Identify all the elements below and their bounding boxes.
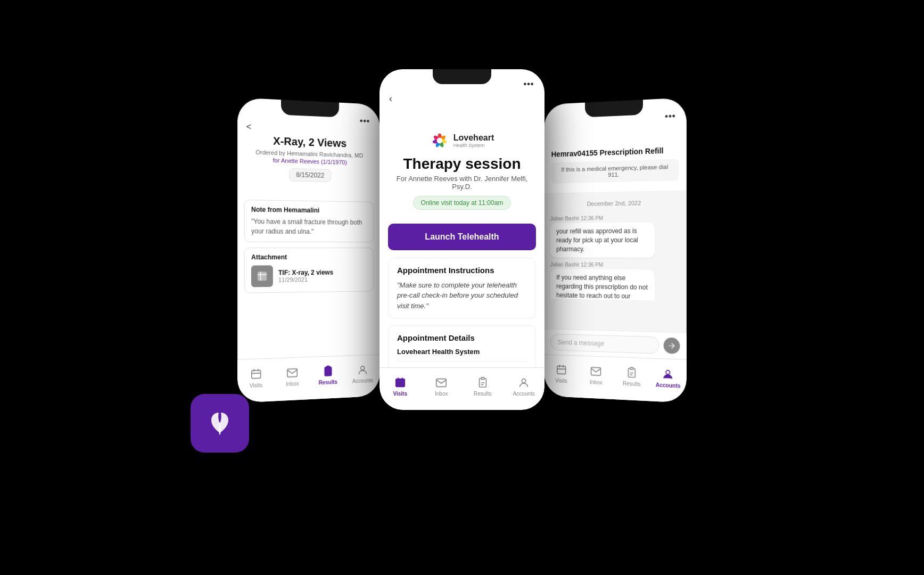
xray-title: X-Ray, 2 Views — [246, 134, 372, 150]
launch-telehealth-button[interactable]: Launch Telehealth — [388, 224, 536, 250]
logo-svg — [430, 131, 449, 150]
chat-input[interactable]: Send a message — [550, 334, 659, 354]
instructions-title: Appointment Instructions — [397, 266, 527, 275]
chat-sender-2: Julian Bashir 12:36 PM — [550, 262, 603, 268]
accounts-icon-left — [357, 363, 369, 376]
notch-left — [281, 100, 339, 117]
nav-results-right[interactable]: Results — [614, 366, 650, 388]
notch-right — [585, 100, 643, 117]
note-label: Note from Hemamalini — [251, 206, 367, 215]
bottom-nav-right: Visits Inbox — [544, 354, 687, 402]
results-icon-center — [476, 376, 489, 389]
online-badge: Online visit today at 11:00am — [413, 196, 512, 210]
nav-accounts-right[interactable]: Accounts — [650, 367, 687, 389]
bottom-nav-center: Visits Inbox — [380, 367, 544, 410]
center-screen: ●●● ‹ — [380, 69, 544, 410]
center-header: Loveheart Health System Therapy session … — [380, 104, 544, 224]
nav-results-label-right: Results — [623, 380, 640, 387]
left-content: ●●● < X-Ray, 2 Views Ordered by Hemamali… — [237, 97, 380, 402]
logo-sub: Health System — [453, 143, 494, 149]
scene: ●●● < X-Ray, 2 Views Ordered by Hemamali… — [222, 59, 702, 516]
signal-right: ●●● — [665, 112, 675, 119]
svg-point-12 — [436, 137, 442, 143]
signal-left: ●●● — [360, 117, 370, 124]
phone-center: ●●● ‹ — [380, 69, 544, 410]
nav-inbox-left[interactable]: Inbox — [274, 366, 310, 388]
nav-accounts-left[interactable]: Accounts — [345, 363, 380, 384]
instructions-text: "Make sure to complete your telehealth p… — [397, 280, 527, 311]
inbox-icon-right — [590, 365, 602, 378]
phone-left: ●●● < X-Ray, 2 Views Ordered by Hemamali… — [237, 97, 380, 402]
nav-inbox-label-center: Inbox — [435, 391, 448, 397]
svg-rect-14 — [481, 377, 484, 379]
logo-text: Loveheart Health System — [453, 133, 494, 149]
nav-inbox-center[interactable]: Inbox — [421, 376, 463, 397]
visits-icon — [250, 367, 263, 381]
xray-date: 8/15/2022 — [289, 168, 331, 182]
nav-inbox-right[interactable]: Inbox — [579, 364, 614, 386]
inbox-icon-center — [435, 376, 448, 389]
svg-rect-13 — [396, 379, 405, 387]
accounts-icon-center — [517, 376, 530, 389]
svg-rect-0 — [258, 272, 267, 281]
inbox-icon-left — [286, 366, 299, 379]
nav-accounts-label-right: Accounts — [656, 382, 681, 389]
left-screen: ●●● < X-Ray, 2 Views Ordered by Hemamali… — [237, 97, 380, 402]
nav-visits-left[interactable]: Visits — [237, 367, 274, 389]
back-button-left[interactable]: < — [246, 122, 252, 132]
nav-results-center[interactable]: Results — [462, 376, 504, 397]
details-title: Appointment Details — [397, 333, 527, 342]
right-header: Hemrav04155 Prescription Refill If this … — [544, 121, 687, 193]
svg-rect-17 — [630, 367, 633, 369]
visits-icon-right — [555, 363, 567, 376]
back-button-center[interactable]: ‹ — [389, 93, 392, 104]
right-title: Hemrav04155 Prescription Refill — [551, 146, 679, 159]
org-name: Loveheart Health System — [397, 348, 527, 356]
right-content: ●●● Hemrav04155 Prescription Refill If t… — [544, 97, 687, 402]
nav-results-label-center: Results — [474, 391, 491, 397]
nav-visits-right[interactable]: Visits — [544, 363, 579, 384]
chat-send-button[interactable] — [664, 338, 680, 355]
chat-bubble-1: your refill was approved as is ready for… — [550, 222, 655, 258]
nav-inbox-label-right: Inbox — [590, 379, 603, 385]
results-icon-right — [625, 366, 638, 379]
chat-sender-1: Julian Bashir 12:36 PM — [550, 215, 603, 221]
chat-placeholder: Send a message — [558, 339, 604, 348]
svg-rect-16 — [557, 366, 566, 374]
page-title-center: Therapy session — [403, 155, 521, 172]
results-icon-left — [321, 365, 334, 378]
nav-inbox-label-left: Inbox — [286, 380, 299, 387]
chat-message-2: Julian Bashir 12:36 PM If you need anyth… — [550, 262, 680, 301]
attachment-item[interactable]: TIF: X-ray, 2 views 11/29/2021 — [251, 265, 367, 287]
svg-point-15 — [522, 379, 526, 382]
attachment-card: Attachment TIF: X-ray, 2 views 11/29/202… — [244, 248, 374, 293]
right-screen: ●●● Hemrav04155 Prescription Refill If t… — [544, 97, 687, 402]
nav-visits-center[interactable]: Visits — [380, 376, 421, 397]
nav-accounts-center[interactable]: Accounts — [504, 376, 545, 397]
date-divider: December 2nd, 2022 — [550, 195, 680, 212]
chat-bubble-2: If you need anything else regarding this… — [550, 269, 655, 301]
logo-name: Loveheart — [453, 133, 494, 143]
appt-instructions-card: Appointment Instructions "Make sure to c… — [388, 258, 536, 319]
app-icon — [191, 394, 249, 453]
attachment-name: TIF: X-ray, 2 views — [278, 269, 333, 277]
nav-results-left[interactable]: Results — [310, 364, 345, 386]
accounts-icon-right — [662, 367, 675, 381]
page-subtitle: For Annette Reeves with Dr. Jennifer Mel… — [390, 175, 534, 191]
bottom-nav-left: Visits Inbox — [237, 354, 380, 402]
svg-rect-1 — [251, 370, 260, 379]
attachment-date: 11/29/2021 — [278, 276, 333, 283]
visits-icon-center — [394, 376, 407, 389]
nav-results-label-left: Results — [318, 379, 337, 385]
nav-visits-label-center: Visits — [393, 391, 408, 397]
nav-accounts-label-left: Accounts — [352, 377, 373, 384]
svg-point-3 — [361, 366, 365, 369]
chat-area: December 2nd, 2022 Julian Bashir 12:36 P… — [544, 190, 687, 301]
phone-right: ●●● Hemrav04155 Prescription Refill If t… — [544, 97, 687, 402]
nav-accounts-label-center: Accounts — [513, 391, 535, 397]
svg-rect-2 — [327, 366, 329, 368]
notch-center — [433, 69, 491, 84]
emergency-banner: If this is a medical emergency, please d… — [551, 159, 679, 183]
attachment-thumbnail — [251, 265, 273, 287]
attachment-label: Attachment — [251, 253, 367, 261]
